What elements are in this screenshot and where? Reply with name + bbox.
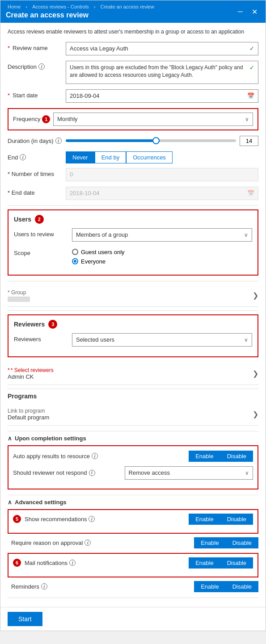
completion-header[interactable]: ∧ Upon completion settings bbox=[8, 435, 258, 442]
advanced-title: Advanced settings bbox=[15, 499, 67, 506]
reminders-buttons: Enable Disable bbox=[194, 581, 258, 592]
description-row: Description i Users in this group are ex… bbox=[8, 61, 258, 84]
mail-notifications-buttons: Enable Disable bbox=[189, 557, 253, 569]
never-button[interactable]: Never bbox=[66, 151, 95, 163]
end-by-button[interactable]: End by bbox=[95, 151, 126, 163]
title-bar-left: Home › Access reviews - Controls › Creat… bbox=[6, 4, 156, 19]
breadcrumb-home[interactable]: Home bbox=[8, 4, 21, 9]
reminders-row: Reminders i Enable Disable bbox=[11, 581, 258, 592]
users-to-review-control: Members of a group ∨ bbox=[72, 228, 252, 242]
scope-control: Guest users only Everyone bbox=[72, 247, 252, 265]
mail-disable-button[interactable]: Disable bbox=[220, 557, 253, 569]
end-date-calendar-icon[interactable]: 📅 bbox=[247, 190, 254, 197]
footer: Start bbox=[0, 607, 266, 631]
completion-section: ∧ Upon completion settings Auto apply re… bbox=[8, 435, 258, 489]
breadcrumb: Home › Access reviews - Controls › Creat… bbox=[6, 4, 156, 9]
recommendations-enable-button[interactable]: Enable bbox=[189, 514, 220, 525]
end-date-input[interactable]: 2018-10-04 📅 bbox=[66, 187, 258, 200]
frequency-select-wrapper: Monthly ∨ bbox=[53, 113, 253, 126]
recommendations-info-icon: i bbox=[89, 516, 95, 522]
app-window: Home › Access reviews - Controls › Creat… bbox=[0, 0, 266, 631]
frequency-select[interactable]: Monthly ∨ bbox=[53, 113, 253, 126]
start-date-row: * Start date 2018-09-04 📅 bbox=[8, 89, 258, 103]
reminders-enable-button[interactable]: Enable bbox=[194, 581, 225, 592]
users-to-review-chevron-icon: ∨ bbox=[244, 232, 248, 238]
review-name-control: Access via Legay Auth ✓ bbox=[66, 42, 258, 55]
close-button[interactable]: ✕ bbox=[249, 7, 260, 17]
completion-title: Upon completion settings bbox=[15, 435, 86, 442]
reviewers-header: Reviewers 3 bbox=[14, 320, 252, 329]
mail-notifications-box: 6 Mail notifications i Enable Disable bbox=[8, 553, 258, 577]
users-to-review-label: Users to review bbox=[14, 228, 72, 238]
scope-everyone-radio[interactable] bbox=[72, 258, 78, 264]
reminders-disable-button[interactable]: Disable bbox=[226, 581, 258, 592]
not-respond-select[interactable]: Remove access ∨ bbox=[125, 466, 253, 480]
programs-link-row[interactable]: Link to program Default program ❯ bbox=[8, 403, 258, 426]
not-respond-chevron-down-icon: ∨ bbox=[245, 470, 249, 476]
auto-apply-info-icon: i bbox=[92, 453, 98, 459]
page-description: Access reviews enable reviewers to attes… bbox=[8, 28, 258, 36]
calendar-icon[interactable]: 📅 bbox=[247, 92, 254, 99]
recommendations-disable-button[interactable]: Disable bbox=[220, 514, 253, 525]
advanced-collapse-icon: ∧ bbox=[8, 499, 12, 506]
auto-apply-disable-button[interactable]: Disable bbox=[220, 451, 253, 462]
users-to-review-select[interactable]: Members of a group ∨ bbox=[72, 228, 252, 242]
completion-box: Auto apply results to resource i Enable … bbox=[8, 445, 258, 489]
end-button-group: Never End by Occurrences bbox=[66, 151, 173, 163]
reviewers-value: Selected users bbox=[76, 336, 114, 343]
reviewers-select[interactable]: Selected users ∨ bbox=[72, 333, 252, 347]
end-info-icon: i bbox=[20, 154, 26, 160]
programs-chevron-right-icon: ❯ bbox=[253, 410, 258, 418]
scope-label: Scope bbox=[14, 247, 72, 256]
duration-slider-thumb[interactable] bbox=[152, 137, 160, 144]
scope-everyone-option[interactable]: Everyone bbox=[72, 258, 252, 265]
scope-guest-option[interactable]: Guest users only bbox=[72, 249, 252, 255]
start-button[interactable]: Start bbox=[8, 612, 42, 626]
breadcrumb-create[interactable]: Create an access review bbox=[100, 4, 154, 9]
page-title: Create an access review bbox=[6, 11, 156, 19]
select-reviewers-info: * * Select reviewers Admin CK bbox=[8, 367, 54, 380]
select-reviewers-chevron-right-icon: ❯ bbox=[253, 369, 258, 378]
mail-enable-button[interactable]: Enable bbox=[189, 557, 220, 569]
duration-value: 14 bbox=[240, 136, 258, 146]
select-reviewers-value: Admin CK bbox=[8, 373, 54, 380]
review-name-input-wrapper[interactable]: Access via Legay Auth ✓ bbox=[66, 42, 258, 55]
scope-radio-group: Guest users only Everyone bbox=[72, 249, 252, 265]
select-reviewers-label: * * Select reviewers bbox=[8, 367, 54, 373]
scope-row: Scope Guest users only Everyone bbox=[14, 247, 252, 265]
frequency-number: 1 bbox=[42, 115, 50, 123]
required-star2: * bbox=[8, 92, 10, 99]
group-info: * Group bbox=[8, 289, 30, 302]
review-name-label: * Review name bbox=[8, 42, 66, 51]
occurrences-button[interactable]: Occurrences bbox=[126, 151, 173, 163]
duration-slider-track[interactable] bbox=[66, 139, 236, 142]
end-date-control: 2018-10-04 📅 bbox=[66, 187, 258, 200]
auto-apply-buttons: Enable Disable bbox=[189, 451, 253, 462]
not-respond-select-wrapper: Remove access ∨ bbox=[125, 466, 253, 480]
scope-everyone-dot bbox=[74, 260, 76, 263]
select-reviewers-row[interactable]: * * Select reviewers Admin CK ❯ bbox=[8, 363, 258, 385]
auto-apply-row: Auto apply results to resource i Enable … bbox=[13, 451, 253, 462]
require-reason-enable-button[interactable]: Enable bbox=[194, 537, 225, 548]
advanced-header[interactable]: ∧ Advanced settings bbox=[8, 499, 258, 506]
advanced-section: ∧ Advanced settings 5 Show recommendatio… bbox=[8, 499, 258, 592]
frequency-chevron-down-icon: ∨ bbox=[245, 116, 249, 122]
auto-apply-enable-button[interactable]: Enable bbox=[189, 451, 220, 462]
number-of-times-value: 0 bbox=[70, 171, 73, 178]
mail-info-icon: i bbox=[69, 560, 76, 566]
divider-2 bbox=[8, 281, 258, 281]
number-of-times-input[interactable]: 0 bbox=[66, 168, 258, 181]
end-date-label: * End date bbox=[8, 187, 66, 196]
start-date-input[interactable]: 2018-09-04 📅 bbox=[66, 89, 258, 103]
reviewers-number: 3 bbox=[48, 320, 57, 329]
content-area: Access reviews enable reviewers to attes… bbox=[0, 23, 266, 607]
minimize-button[interactable]: ─ bbox=[235, 7, 245, 17]
description-input[interactable]: Users in this group are excluded from th… bbox=[66, 61, 258, 84]
reminders-label: Reminders i bbox=[11, 583, 190, 590]
require-reason-disable-button[interactable]: Disable bbox=[226, 537, 258, 548]
scope-guest-radio[interactable] bbox=[72, 249, 78, 255]
required-star: * bbox=[8, 45, 10, 51]
group-row[interactable]: * Group ❯ bbox=[8, 285, 258, 307]
recommendations-label: 5 Show recommendations i bbox=[13, 515, 184, 523]
breadcrumb-reviews[interactable]: Access reviews - Controls bbox=[32, 4, 89, 9]
